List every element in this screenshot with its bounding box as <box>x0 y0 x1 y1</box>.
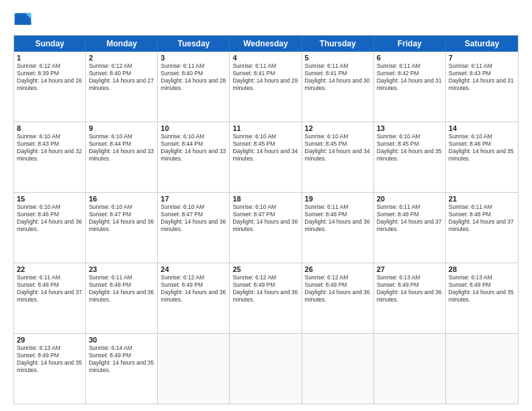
cell-text: Sunrise: 6:10 AM Sunset: 8:47 PM Dayligh… <box>89 203 154 233</box>
cell-text: Sunrise: 6:13 AM Sunset: 8:49 PM Dayligh… <box>377 274 443 304</box>
calendar-cell: 14Sunrise: 6:10 AM Sunset: 8:46 PM Dayli… <box>446 122 518 192</box>
cell-text: Sunrise: 6:12 AM Sunset: 8:40 PM Dayligh… <box>89 62 154 92</box>
weekday-header: Thursday <box>302 36 374 52</box>
calendar-body: 1Sunrise: 6:12 AM Sunset: 8:39 PM Daylig… <box>14 52 518 404</box>
calendar-cell: 19Sunrise: 6:11 AM Sunset: 8:48 PM Dayli… <box>302 193 374 263</box>
day-number: 27 <box>377 265 443 273</box>
cell-text: Sunrise: 6:11 AM Sunset: 8:41 PM Dayligh… <box>232 62 298 92</box>
calendar: SundayMondayTuesdayWednesdayThursdayFrid… <box>13 35 519 404</box>
calendar-cell: 28Sunrise: 6:13 AM Sunset: 8:49 PM Dayli… <box>446 263 518 333</box>
cell-text: Sunrise: 6:10 AM Sunset: 8:44 PM Dayligh… <box>89 133 154 163</box>
cell-text: Sunrise: 6:11 AM Sunset: 8:43 PM Dayligh… <box>449 62 515 92</box>
day-number: 12 <box>305 124 371 132</box>
cell-text: Sunrise: 6:10 AM Sunset: 8:45 PM Dayligh… <box>232 133 298 163</box>
cell-text: Sunrise: 6:11 AM Sunset: 8:48 PM Dayligh… <box>89 274 154 304</box>
calendar-row: 1Sunrise: 6:12 AM Sunset: 8:39 PM Daylig… <box>14 52 518 122</box>
cell-text: Sunrise: 6:10 AM Sunset: 8:45 PM Dayligh… <box>305 133 371 163</box>
calendar-cell: 16Sunrise: 6:10 AM Sunset: 8:47 PM Dayli… <box>86 193 158 263</box>
cell-text: Sunrise: 6:11 AM Sunset: 8:48 PM Dayligh… <box>449 203 515 233</box>
calendar-cell: 11Sunrise: 6:10 AM Sunset: 8:45 PM Dayli… <box>230 122 302 192</box>
cell-text: Sunrise: 6:12 AM Sunset: 8:39 PM Dayligh… <box>17 62 83 92</box>
calendar-row: 29Sunrise: 6:13 AM Sunset: 8:49 PM Dayli… <box>14 333 518 404</box>
day-number: 1 <box>17 54 83 62</box>
cell-text: Sunrise: 6:14 AM Sunset: 8:49 PM Dayligh… <box>89 345 154 374</box>
header <box>13 11 519 30</box>
day-number: 3 <box>161 54 226 62</box>
cell-text: Sunrise: 6:10 AM Sunset: 8:47 PM Dayligh… <box>232 203 298 233</box>
weekday-header: Wednesday <box>230 36 302 52</box>
day-number: 13 <box>377 124 443 132</box>
cell-text: Sunrise: 6:12 AM Sunset: 8:49 PM Dayligh… <box>305 274 371 304</box>
cell-text: Sunrise: 6:10 AM Sunset: 8:43 PM Dayligh… <box>17 133 83 163</box>
calendar-cell <box>374 334 446 404</box>
cell-text: Sunrise: 6:10 AM Sunset: 8:47 PM Dayligh… <box>161 203 226 233</box>
logo <box>13 11 35 30</box>
calendar-cell: 12Sunrise: 6:10 AM Sunset: 8:45 PM Dayli… <box>302 122 374 192</box>
cell-text: Sunrise: 6:10 AM Sunset: 8:45 PM Dayligh… <box>377 133 443 163</box>
day-number: 19 <box>305 195 371 203</box>
calendar-cell: 2Sunrise: 6:12 AM Sunset: 8:40 PM Daylig… <box>86 52 158 122</box>
calendar-cell: 25Sunrise: 6:12 AM Sunset: 8:49 PM Dayli… <box>230 263 302 333</box>
calendar-cell: 17Sunrise: 6:10 AM Sunset: 8:47 PM Dayli… <box>158 193 230 263</box>
calendar-cell: 20Sunrise: 6:11 AM Sunset: 8:48 PM Dayli… <box>374 193 446 263</box>
weekday-header: Saturday <box>446 36 518 52</box>
calendar-cell <box>302 334 374 404</box>
cell-text: Sunrise: 6:11 AM Sunset: 8:40 PM Dayligh… <box>161 62 226 92</box>
day-number: 21 <box>449 195 515 203</box>
day-number: 7 <box>449 54 515 62</box>
calendar-cell <box>230 334 302 404</box>
day-number: 16 <box>89 195 154 203</box>
day-number: 24 <box>161 265 226 273</box>
cell-text: Sunrise: 6:11 AM Sunset: 8:48 PM Dayligh… <box>17 274 83 304</box>
calendar-cell: 21Sunrise: 6:11 AM Sunset: 8:48 PM Dayli… <box>446 193 518 263</box>
calendar-cell: 27Sunrise: 6:13 AM Sunset: 8:49 PM Dayli… <box>374 263 446 333</box>
day-number: 20 <box>377 195 443 203</box>
cell-text: Sunrise: 6:10 AM Sunset: 8:44 PM Dayligh… <box>161 133 226 163</box>
calendar-cell: 3Sunrise: 6:11 AM Sunset: 8:40 PM Daylig… <box>158 52 230 122</box>
calendar-cell: 24Sunrise: 6:12 AM Sunset: 8:49 PM Dayli… <box>158 263 230 333</box>
weekday-header: Sunday <box>14 36 86 52</box>
calendar-header: SundayMondayTuesdayWednesdayThursdayFrid… <box>14 36 518 52</box>
calendar-cell <box>158 334 230 404</box>
day-number: 11 <box>232 124 298 132</box>
day-number: 17 <box>161 195 226 203</box>
day-number: 10 <box>161 124 226 132</box>
calendar-cell: 22Sunrise: 6:11 AM Sunset: 8:48 PM Dayli… <box>14 263 86 333</box>
calendar-cell: 10Sunrise: 6:10 AM Sunset: 8:44 PM Dayli… <box>158 122 230 192</box>
svg-rect-2 <box>15 21 32 25</box>
calendar-cell: 23Sunrise: 6:11 AM Sunset: 8:48 PM Dayli… <box>86 263 158 333</box>
calendar-cell: 4Sunrise: 6:11 AM Sunset: 8:41 PM Daylig… <box>230 52 302 122</box>
calendar-cell: 13Sunrise: 6:10 AM Sunset: 8:45 PM Dayli… <box>374 122 446 192</box>
day-number: 22 <box>17 265 83 273</box>
calendar-cell: 18Sunrise: 6:10 AM Sunset: 8:47 PM Dayli… <box>230 193 302 263</box>
calendar-row: 22Sunrise: 6:11 AM Sunset: 8:48 PM Dayli… <box>14 263 518 333</box>
calendar-cell: 30Sunrise: 6:14 AM Sunset: 8:49 PM Dayli… <box>86 334 158 404</box>
day-number: 2 <box>89 54 154 62</box>
cell-text: Sunrise: 6:12 AM Sunset: 8:49 PM Dayligh… <box>161 274 226 304</box>
calendar-cell: 15Sunrise: 6:10 AM Sunset: 8:46 PM Dayli… <box>14 193 86 263</box>
calendar-cell: 5Sunrise: 6:11 AM Sunset: 8:41 PM Daylig… <box>302 52 374 122</box>
day-number: 28 <box>449 265 515 273</box>
day-number: 18 <box>232 195 298 203</box>
page: SundayMondayTuesdayWednesdayThursdayFrid… <box>0 0 532 411</box>
day-number: 4 <box>232 54 298 62</box>
day-number: 5 <box>305 54 371 62</box>
cell-text: Sunrise: 6:13 AM Sunset: 8:49 PM Dayligh… <box>17 345 83 374</box>
weekday-header: Tuesday <box>158 36 230 52</box>
cell-text: Sunrise: 6:10 AM Sunset: 8:46 PM Dayligh… <box>449 133 515 163</box>
cell-text: Sunrise: 6:12 AM Sunset: 8:49 PM Dayligh… <box>232 274 298 304</box>
calendar-row: 15Sunrise: 6:10 AM Sunset: 8:46 PM Dayli… <box>14 192 518 263</box>
day-number: 8 <box>17 124 83 132</box>
calendar-cell: 26Sunrise: 6:12 AM Sunset: 8:49 PM Dayli… <box>302 263 374 333</box>
calendar-row: 8Sunrise: 6:10 AM Sunset: 8:43 PM Daylig… <box>14 122 518 192</box>
cell-text: Sunrise: 6:11 AM Sunset: 8:42 PM Dayligh… <box>377 62 443 92</box>
day-number: 30 <box>89 336 154 344</box>
cell-text: Sunrise: 6:13 AM Sunset: 8:49 PM Dayligh… <box>449 274 515 304</box>
calendar-cell: 8Sunrise: 6:10 AM Sunset: 8:43 PM Daylig… <box>14 122 86 192</box>
day-number: 25 <box>232 265 298 273</box>
weekday-header: Monday <box>86 36 158 52</box>
day-number: 9 <box>89 124 154 132</box>
day-number: 14 <box>449 124 515 132</box>
calendar-cell: 7Sunrise: 6:11 AM Sunset: 8:43 PM Daylig… <box>446 52 518 122</box>
calendar-cell: 9Sunrise: 6:10 AM Sunset: 8:44 PM Daylig… <box>86 122 158 192</box>
